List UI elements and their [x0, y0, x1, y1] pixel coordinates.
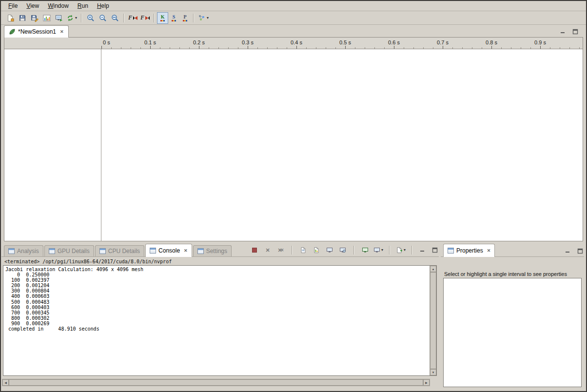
timeline-ruler[interactable]: 0 s0.1 s0.2 s0.3 s0.4 s0.5 s0.6 s0.7 s0.…: [4, 38, 583, 49]
menu-run[interactable]: Run: [73, 1, 93, 10]
tab-label: Settings: [206, 248, 227, 255]
close-icon[interactable]: ✕: [184, 248, 188, 253]
tab-label: GPU Details: [58, 248, 90, 255]
scroll-lock-button[interactable]: [325, 246, 334, 255]
toolbar-separator: [389, 246, 390, 255]
ruler-tick: [140, 47, 141, 49]
menu-view[interactable]: View: [22, 1, 43, 10]
terminate-button[interactable]: [250, 246, 259, 255]
tab-cpu-details[interactable]: CPU Details: [95, 245, 144, 256]
pin-console-button[interactable]: [338, 246, 348, 255]
ruler-tick: [170, 47, 170, 49]
ruler-tick: [404, 47, 404, 49]
tab-session[interactable]: *NewSession1 ✕: [4, 25, 69, 38]
stream-toggle-icon: S: [173, 15, 176, 20]
chevron-down-icon: ▾: [75, 16, 77, 20]
profile-chart-button[interactable]: [40, 12, 53, 24]
console-toolbar: ✕ ✕ ✕: [250, 246, 439, 256]
clear-console-icon: [300, 247, 307, 254]
scrollbar-thumb[interactable]: [430, 272, 436, 369]
minimize-button[interactable]: [418, 247, 426, 254]
kernel-toggle-button[interactable]: K: [157, 12, 168, 24]
properties-content-box: [443, 278, 582, 387]
export-log-button[interactable]: [312, 246, 321, 255]
maximize-button[interactable]: [431, 247, 439, 254]
clear-console-button[interactable]: [298, 246, 308, 255]
minimize-button[interactable]: [564, 248, 571, 255]
tab-label: Analysis: [17, 248, 39, 255]
tab-settings[interactable]: Settings: [193, 245, 232, 256]
timeline-row-labels-panel[interactable]: [4, 49, 101, 241]
new-session-button[interactable]: [4, 12, 16, 24]
ruler-tick: [228, 47, 229, 49]
menu-file[interactable]: File: [4, 1, 22, 10]
scrollbar-thumb[interactable]: [9, 379, 423, 386]
save-as-icon: [31, 14, 39, 22]
next-marker-button[interactable]: F: [139, 12, 151, 24]
refresh-timeline-button[interactable]: ▾: [65, 12, 78, 24]
ruler-tick: [209, 47, 209, 49]
ruler-tick: [374, 47, 375, 49]
zoom-out-button[interactable]: [97, 12, 109, 24]
toolbar-separator: [353, 246, 354, 255]
minimize-button[interactable]: [559, 28, 567, 35]
console-output[interactable]: Jacobi relaxation Calculation: 4096 x 40…: [3, 267, 429, 375]
open-console-icon: [396, 247, 403, 254]
stream-toggle-button[interactable]: S: [168, 12, 179, 24]
close-icon[interactable]: ✕: [60, 29, 64, 34]
maximize-button[interactable]: [571, 28, 579, 35]
timeline-canvas[interactable]: [102, 49, 583, 241]
scroll-lock-icon: [326, 247, 333, 254]
zoom-fit-button[interactable]: [109, 12, 121, 24]
remove-launch-button[interactable]: ✕: [263, 246, 273, 255]
zoom-out-icon: [99, 14, 107, 22]
mini-bars-icon: [172, 20, 176, 21]
minimize-icon: [565, 248, 570, 254]
console-horizontal-scrollbar[interactable]: ◀ ▶: [2, 379, 430, 386]
ruler-tick: [160, 47, 160, 49]
menu-window[interactable]: Window: [43, 1, 73, 10]
open-console-button[interactable]: ▾: [396, 246, 406, 255]
scroll-right-arrow[interactable]: ▶: [423, 379, 430, 386]
export-session-button[interactable]: [53, 12, 65, 24]
mini-bars-icon: [183, 20, 187, 21]
ruler-tick-label: 0.2 s: [193, 39, 205, 45]
scroll-down-arrow[interactable]: ▼: [430, 369, 436, 375]
scroll-left-arrow[interactable]: ◀: [2, 379, 9, 386]
save-button[interactable]: [16, 12, 28, 24]
ruler-tick: [491, 46, 492, 49]
chevron-down-icon: ▾: [207, 16, 209, 20]
tab-gpu-details[interactable]: GPU Details: [44, 245, 94, 256]
maximize-icon: [572, 29, 578, 35]
zoom-in-button[interactable]: [84, 12, 97, 24]
new-session-icon: [6, 14, 14, 22]
process-toggle-button[interactable]: P: [179, 12, 191, 24]
close-icon[interactable]: ✕: [487, 248, 491, 253]
maximize-icon: [577, 248, 583, 254]
display-console-button[interactable]: [360, 246, 370, 255]
console-window-controls: [418, 247, 439, 254]
tab-analysis[interactable]: Analysis: [4, 245, 43, 256]
timeline-editor: 0 s0.1 s0.2 s0.3 s0.4 s0.5 s0.6 s0.7 s0.…: [4, 37, 583, 241]
kernel-toggle-icon: K: [161, 15, 165, 20]
maximize-button[interactable]: [576, 248, 584, 255]
save-as-button[interactable]: [28, 12, 40, 24]
refresh-icon: [66, 14, 74, 22]
switch-console-button[interactable]: ▾: [373, 246, 383, 255]
menu-help[interactable]: Help: [93, 1, 114, 10]
ruler-tick-label: 0.6 s: [388, 39, 400, 45]
ruler-tick-label: 0.5 s: [339, 39, 351, 45]
tab-properties[interactable]: Properties ✕: [443, 244, 495, 257]
ruler-tick: [316, 47, 316, 49]
scroll-up-arrow[interactable]: ▲: [430, 266, 436, 272]
export-monitor-icon: [55, 14, 63, 22]
remove-all-launches-button[interactable]: ✕ ✕: [276, 246, 286, 255]
ruler-tick-label: 0.4 s: [291, 39, 302, 45]
console-vertical-scrollbar[interactable]: ▲ ▼: [430, 266, 436, 375]
ruler-tick: [452, 47, 453, 49]
run-analysis-button[interactable]: ▾: [196, 12, 210, 24]
pin-console-icon: [339, 247, 346, 254]
tab-console[interactable]: Console✕: [145, 244, 192, 257]
session-tab-label: *NewSession1: [18, 28, 56, 35]
prev-marker-button[interactable]: F: [127, 12, 139, 24]
